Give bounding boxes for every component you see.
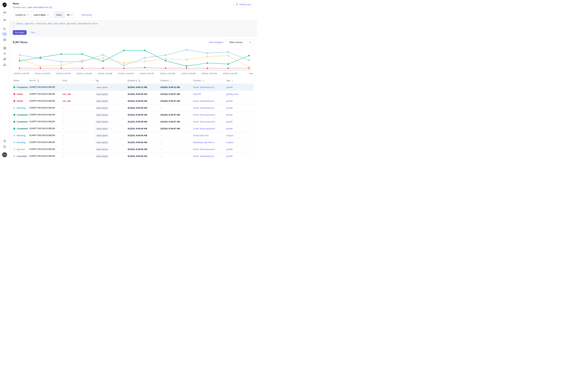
status-dot [14, 148, 15, 150]
queued-at-value: 3/12/24, 9:00:00 AM [127, 146, 160, 153]
error-value: – [62, 112, 95, 118]
col-tag[interactable]: Tag [96, 79, 99, 82]
refresh-runs-button[interactable]: Refresh runs [233, 2, 253, 7]
col-app[interactable]: App [226, 79, 230, 82]
app-link[interactable]: growth [226, 100, 233, 102]
app-link[interactable]: growth [226, 113, 233, 116]
function-link[interactable]: Email: Onboarding dri… [193, 100, 216, 102]
col-function[interactable]: Function [193, 79, 201, 82]
status-dot [14, 134, 15, 136]
sort-icon[interactable] [202, 79, 204, 82]
chevron-down-icon [27, 14, 29, 16]
run-id: 01HRPT19RJSA1019B2GN [29, 146, 62, 153]
app-link[interactable]: growth [226, 86, 233, 88]
app-link[interactable]: growth [226, 107, 233, 109]
function-link[interactable]: Event batch test [193, 134, 208, 137]
error-value: – [62, 146, 95, 153]
col-status[interactable]: Status [14, 79, 19, 82]
error-value: – [62, 118, 95, 125]
run-query-button[interactable]: Run query [13, 30, 27, 35]
app-link[interactable]: growth [226, 148, 233, 150]
tag-cell: lorem: ipsum [95, 132, 127, 139]
function-link[interactable]: Email: Reset password [193, 148, 215, 150]
query-editor[interactable]: 1 Query specific function data and event… [9, 20, 257, 37]
table-row[interactable]: Completed 01HRPT19RJSA1019B2GN – lorem: … [13, 112, 254, 118]
function-link[interactable]: Email: Onboarding dri… [193, 155, 216, 157]
status-filter-dropdown[interactable]: All [64, 12, 75, 18]
sort-icon[interactable] [170, 79, 172, 82]
trace-search-icon[interactable] [2, 37, 7, 42]
table-row[interactable]: Queued 01HRPT19RJSA1019B2GN – lorem: ips… [13, 146, 254, 153]
table-row[interactable]: Completed 01HRPT19RJSA1019B2GN – lorem: … [13, 118, 254, 125]
sidebar-divider [2, 44, 7, 44]
function-link[interactable]: Email: Reset password [193, 127, 215, 130]
events-terminal-icon[interactable] [2, 51, 7, 56]
svg-text:3/19/24, 12:00 PM: 3/19/24, 12:00 PM [34, 72, 50, 75]
integrations-plug-icon[interactable] [2, 139, 7, 144]
app-link[interactable]: growth [226, 127, 233, 130]
time-range-dropdown[interactable]: Last 3 Days [31, 12, 51, 18]
runs-table: Status Run ID Error Tag Queued at Ended … [13, 78, 254, 160]
time-field-dropdown[interactable]: Updated at [13, 12, 31, 18]
table-columns-select[interactable]: Table columns [227, 40, 253, 45]
table-row[interactable]: Failed 01HRPT19RJSA1019B2GN not_sdk lore… [13, 91, 254, 98]
table-row[interactable]: Completed 01HRPT19RJSA1019B2GN – lorem: … [13, 84, 254, 91]
workspace-badge[interactable]: PR [2, 10, 7, 15]
queued-at-value: 3/12/24, 9:00:00 AM [127, 132, 160, 139]
hide-histogram-link[interactable]: Hide histogram [209, 41, 223, 43]
filters-sliders-icon[interactable] [2, 18, 7, 22]
table-row[interactable]: Running 01HRPT19RJSA1019B2GN – lorem: ip… [13, 139, 254, 146]
table-row[interactable]: Cancelled 01HRPT19RJSA1019B2GN – lorem: … [13, 153, 254, 160]
app-link[interactable]: growth [226, 155, 233, 157]
app-link[interactable]: Inngest [226, 134, 233, 137]
table-row[interactable]: Running 01HRPT19RJSA1019B2GN – lorem: ip… [13, 105, 254, 112]
tag-pill: lorem: ipsum [96, 154, 109, 158]
error-value: – [62, 132, 95, 139]
sort-icon[interactable] [231, 79, 233, 82]
function-link[interactable]: Email: Reset password [193, 120, 215, 123]
queued-at-value: 3/12/24, 9:00:00 AM [127, 98, 160, 105]
learn-more-link[interactable]: Learn more about runs [27, 6, 52, 8]
tag-pill: lorem: ipsum [96, 99, 109, 103]
inngest-logo-icon[interactable] [2, 2, 7, 7]
function-link[interactable]: Email: Onboarding dri… [193, 86, 216, 88]
col-ended-at[interactable]: Ended at [160, 79, 169, 82]
run-id: 01HRPT19RJSA1019B2GN [29, 153, 62, 160]
ended-at-value: 3/12/24, 9:30:07 AM [160, 91, 192, 98]
apps-grid-icon[interactable] [2, 45, 7, 50]
help-icon[interactable] [2, 144, 7, 149]
deploys-windows-icon[interactable] [2, 57, 7, 62]
function-link[interactable]: Email: Reset password [193, 113, 215, 116]
function-link[interactable]: Marketing: Add new si… [193, 141, 216, 144]
col-queued-at[interactable]: Queued at [128, 79, 137, 82]
webhooks-icon[interactable] [2, 62, 7, 67]
ended-at-value: – [160, 153, 192, 160]
status-label: Running [17, 141, 25, 144]
table-row[interactable]: Failed 01HRPT19RJSA1019B2GN not_sdk lore… [13, 98, 254, 105]
page-header: Runs Function runs. Learn more about run… [9, 0, 257, 10]
sort-icon[interactable] [138, 79, 140, 82]
status-filter: Status All [54, 12, 75, 18]
table-row[interactable]: Running 01HRPT19RJSA1019B2GN – lorem: ip… [13, 132, 254, 139]
filter-divider [79, 12, 79, 18]
runs-list-icon[interactable] [2, 32, 7, 36]
function-link[interactable]: Email: Onboarding dri… [193, 107, 216, 109]
app-link[interactable]: github-pr-bot [226, 93, 239, 95]
error-value: not_sdk [62, 91, 95, 98]
svg-text:3/19/24, 6:00 AM: 3/19/24, 6:00 AM [98, 72, 112, 75]
col-error[interactable]: Error [63, 79, 67, 82]
metrics-chart-icon[interactable] [2, 26, 7, 31]
app-link[interactable]: growth [226, 120, 233, 123]
ended-at-value: – [160, 139, 192, 146]
table-row[interactable]: Completed 01HRPT19RJSA1019B2GN – lorem: … [13, 125, 254, 132]
app-link[interactable]: Inngest [226, 141, 233, 144]
line-number: 2 [13, 25, 14, 29]
function-link[interactable]: New PR [193, 93, 201, 95]
tag-pill: lorem: ipsum [96, 147, 109, 151]
clear-query-button[interactable]: Clear [30, 31, 35, 34]
sort-icon[interactable] [37, 79, 39, 82]
hide-query-link[interactable]: Hide Query [81, 14, 92, 16]
user-avatar[interactable]: CN [2, 152, 7, 157]
col-run-id[interactable]: Run ID [29, 79, 36, 82]
results-bar: 8,367 Runs Hide histogram Table columns [9, 37, 257, 46]
